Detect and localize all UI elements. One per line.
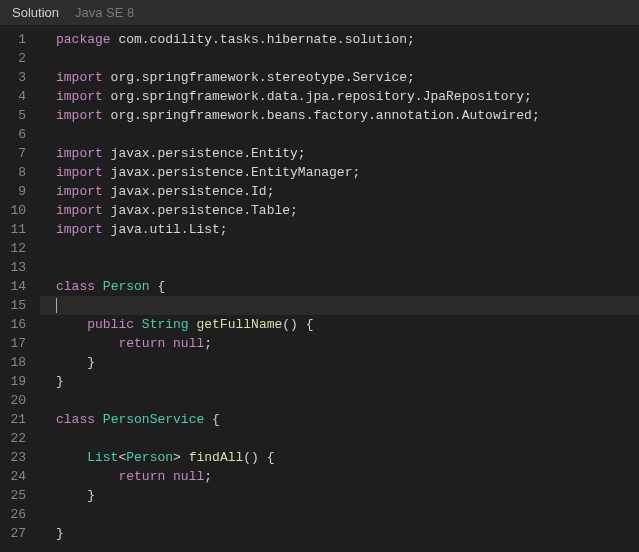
line-number: 4	[0, 87, 40, 106]
line-number: 7	[0, 144, 40, 163]
token-punct: com.codility.tasks.hibernate.solution;	[111, 32, 415, 47]
line-number: 18	[0, 353, 40, 372]
line-number: 13	[0, 258, 40, 277]
token-punct	[56, 336, 118, 351]
code-line[interactable]: return null;	[40, 334, 639, 353]
token-punct	[134, 317, 142, 332]
token-method: getFullName	[196, 317, 282, 332]
token-punct: org.springframework.stereotype.Service;	[103, 70, 415, 85]
token-punct: javax.persistence.Entity;	[103, 146, 306, 161]
code-line[interactable]	[40, 258, 639, 277]
token-punct	[56, 450, 87, 465]
token-kw: import	[56, 89, 103, 104]
token-kw: class	[56, 279, 95, 294]
code-line[interactable]	[40, 429, 639, 448]
line-number: 12	[0, 239, 40, 258]
token-punct: }	[56, 355, 95, 370]
token-punct: {	[204, 412, 220, 427]
code-line[interactable]: import org.springframework.beans.factory…	[40, 106, 639, 125]
code-line[interactable]	[40, 239, 639, 258]
token-punct: java.util.List;	[103, 222, 228, 237]
token-kw: import	[56, 108, 103, 123]
cursor	[56, 298, 57, 313]
token-kw: import	[56, 222, 103, 237]
token-kw: null	[173, 469, 204, 484]
line-number: 11	[0, 220, 40, 239]
line-number: 16	[0, 315, 40, 334]
line-number: 17	[0, 334, 40, 353]
token-kw: return	[118, 469, 165, 484]
token-punct	[56, 317, 87, 332]
token-kw: class	[56, 412, 95, 427]
token-kw: import	[56, 184, 103, 199]
tab-solution[interactable]: Solution	[12, 5, 59, 20]
code-line[interactable]: package com.codility.tasks.hibernate.sol…	[40, 30, 639, 49]
code-line[interactable]: class Person {	[40, 277, 639, 296]
code-line[interactable]: }	[40, 372, 639, 391]
line-number: 23	[0, 448, 40, 467]
line-number: 9	[0, 182, 40, 201]
token-punct: {	[150, 279, 166, 294]
code-line[interactable]: import java.util.List;	[40, 220, 639, 239]
code-line[interactable]	[40, 296, 639, 315]
line-number: 3	[0, 68, 40, 87]
token-kw: null	[173, 336, 204, 351]
code-line[interactable]	[40, 49, 639, 68]
token-punct: }	[56, 488, 95, 503]
token-kw: import	[56, 146, 103, 161]
token-kw: public	[87, 317, 134, 332]
line-number: 1	[0, 30, 40, 49]
token-type: Person	[103, 279, 150, 294]
token-punct	[56, 469, 118, 484]
token-kw: package	[56, 32, 111, 47]
code-line[interactable]: import javax.persistence.Id;	[40, 182, 639, 201]
line-number: 8	[0, 163, 40, 182]
line-number: 27	[0, 524, 40, 543]
line-number: 2	[0, 49, 40, 68]
token-method: findAll	[189, 450, 244, 465]
tab-language[interactable]: Java SE 8	[75, 5, 134, 20]
code-line[interactable]: import javax.persistence.Entity;	[40, 144, 639, 163]
token-kw: return	[118, 336, 165, 351]
code-line[interactable]: List<Person> findAll() {	[40, 448, 639, 467]
line-number: 25	[0, 486, 40, 505]
code-line[interactable]	[40, 505, 639, 524]
token-punct: >	[173, 450, 189, 465]
line-number: 5	[0, 106, 40, 125]
code-area[interactable]: package com.codility.tasks.hibernate.sol…	[40, 26, 639, 552]
token-punct	[95, 279, 103, 294]
token-type: PersonService	[103, 412, 204, 427]
code-line[interactable]: return null;	[40, 467, 639, 486]
code-line[interactable]	[40, 125, 639, 144]
token-punct: ;	[204, 336, 212, 351]
token-punct	[95, 412, 103, 427]
token-type: List	[87, 450, 118, 465]
token-kw: import	[56, 70, 103, 85]
line-number: 21	[0, 410, 40, 429]
token-kw: import	[56, 203, 103, 218]
code-line[interactable]: public String getFullName() {	[40, 315, 639, 334]
code-line[interactable]: class PersonService {	[40, 410, 639, 429]
token-punct: javax.persistence.EntityManager;	[103, 165, 360, 180]
line-number: 24	[0, 467, 40, 486]
line-number: 10	[0, 201, 40, 220]
code-line[interactable]: }	[40, 524, 639, 543]
token-kw: import	[56, 165, 103, 180]
line-number: 26	[0, 505, 40, 524]
code-line[interactable]: import javax.persistence.EntityManager;	[40, 163, 639, 182]
code-line[interactable]: import org.springframework.stereotype.Se…	[40, 68, 639, 87]
token-type: Person	[126, 450, 173, 465]
code-editor[interactable]: 1234567891011121314151617181920212223242…	[0, 26, 639, 552]
token-punct	[165, 469, 173, 484]
code-line[interactable]	[40, 391, 639, 410]
token-punct: org.springframework.data.jpa.repository.…	[103, 89, 532, 104]
code-line[interactable]: }	[40, 353, 639, 372]
line-gutter: 1234567891011121314151617181920212223242…	[0, 26, 40, 552]
line-number: 22	[0, 429, 40, 448]
code-line[interactable]: import org.springframework.data.jpa.repo…	[40, 87, 639, 106]
token-punct: }	[56, 374, 64, 389]
code-line[interactable]: import javax.persistence.Table;	[40, 201, 639, 220]
token-punct: }	[56, 526, 64, 541]
token-punct: () {	[243, 450, 274, 465]
code-line[interactable]: }	[40, 486, 639, 505]
